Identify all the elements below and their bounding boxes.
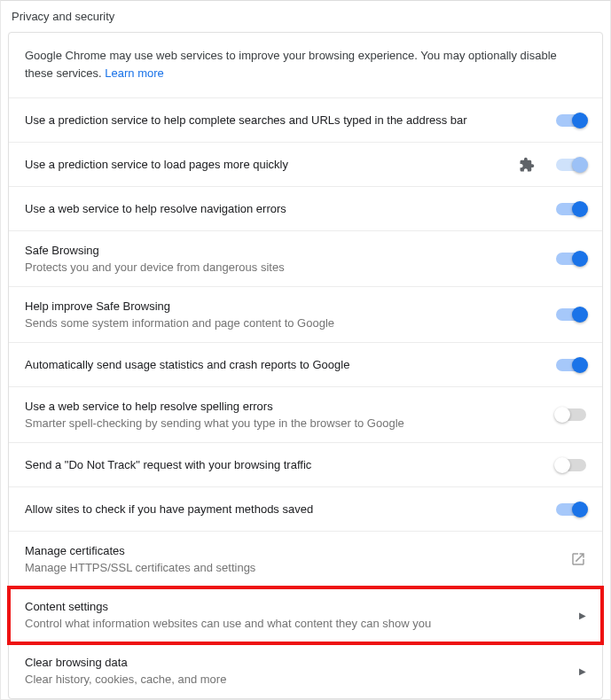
row-label: Clear browsing data [25, 656, 579, 669]
extension-icon [519, 157, 535, 173]
row-usage-stats: Automatically send usage statistics and … [9, 343, 602, 387]
open-external-icon [570, 551, 586, 567]
toggle-dnt[interactable] [556, 459, 586, 471]
settings-card: Google Chrome may use web services to im… [8, 32, 603, 699]
toggle-payment[interactable] [556, 503, 586, 516]
row-text: Use a prediction service to load pages m… [25, 158, 519, 171]
row-spelling: Use a web service to help resolve spelli… [9, 387, 602, 443]
row-label: Automatically send usage statistics and … [25, 358, 556, 371]
toggle-usage-stats[interactable] [556, 359, 586, 371]
row-text: Automatically send usage statistics and … [25, 358, 556, 371]
row-desc: Sends some system information and page c… [25, 316, 556, 330]
row-text: Use a prediction service to help complet… [25, 113, 556, 127]
row-label: Safe Browsing [25, 244, 556, 257]
row-text: Allow sites to check if you have payment… [25, 502, 556, 516]
intro-text: Google Chrome may use web services to im… [9, 33, 602, 98]
row-text: Content settings Control what informatio… [25, 600, 579, 630]
row-prediction-pages: Use a prediction service to load pages m… [9, 143, 602, 187]
row-desc: Smarter spell-checking by sending what y… [25, 416, 556, 430]
chevron-right-icon: ▶ [579, 666, 586, 676]
chevron-right-icon: ▶ [579, 611, 586, 620]
row-prediction-search: Use a prediction service to help complet… [9, 98, 602, 143]
toggle-safe-browsing[interactable] [556, 253, 586, 265]
row-text: Use a web service to help resolve naviga… [25, 202, 556, 215]
settings-page: Privacy and security Google Chrome may u… [0, 0, 611, 700]
learn-more-link[interactable]: Learn more [105, 66, 163, 80]
section-header: Privacy and security [1, 1, 610, 32]
row-text: Manage certificates Manage HTTPS/SSL cer… [25, 544, 570, 574]
row-label: Help improve Safe Browsing [25, 299, 556, 313]
row-desc: Manage HTTPS/SSL certificates and settin… [25, 561, 570, 574]
row-label: Manage certificates [25, 544, 570, 557]
toggle-improve-safe-browsing[interactable] [556, 308, 586, 321]
row-safe-browsing: Safe Browsing Protects you and your devi… [9, 231, 602, 287]
row-nav-errors: Use a web service to help resolve naviga… [9, 187, 602, 231]
row-label: Use a web service to help resolve naviga… [25, 202, 556, 215]
row-text: Help improve Safe Browsing Sends some sy… [25, 299, 556, 330]
toggle-spelling[interactable] [556, 408, 586, 421]
row-label: Use a prediction service to help complet… [25, 113, 556, 127]
row-clear-browsing-data[interactable]: Clear browsing data Clear history, cooki… [9, 643, 602, 698]
row-label: Content settings [25, 600, 579, 613]
row-label: Send a "Do Not Track" request with your … [25, 458, 556, 471]
row-text: Clear browsing data Clear history, cooki… [25, 656, 579, 686]
row-desc: Protects you and your device from danger… [25, 261, 556, 274]
row-text: Use a web service to help resolve spelli… [25, 400, 556, 430]
row-dnt: Send a "Do Not Track" request with your … [9, 443, 602, 487]
toggle-prediction-pages[interactable] [556, 159, 586, 171]
section-title: Privacy and security [12, 10, 114, 23]
row-text: Safe Browsing Protects you and your devi… [25, 244, 556, 274]
row-desc: Clear history, cookies, cache, and more [25, 673, 579, 686]
row-manage-certificates[interactable]: Manage certificates Manage HTTPS/SSL cer… [9, 532, 602, 587]
toggle-prediction-search[interactable] [556, 114, 586, 127]
row-payment: Allow sites to check if you have payment… [9, 487, 602, 532]
row-label: Allow sites to check if you have payment… [25, 502, 556, 516]
row-text: Send a "Do Not Track" request with your … [25, 458, 556, 471]
row-improve-safe-browsing: Help improve Safe Browsing Sends some sy… [9, 287, 602, 343]
row-label: Use a prediction service to load pages m… [25, 158, 519, 171]
row-desc: Control what information websites can us… [25, 617, 579, 630]
row-content-settings[interactable]: Content settings Control what informatio… [9, 587, 602, 643]
row-label: Use a web service to help resolve spelli… [25, 400, 556, 413]
toggle-nav-errors[interactable] [556, 203, 586, 215]
